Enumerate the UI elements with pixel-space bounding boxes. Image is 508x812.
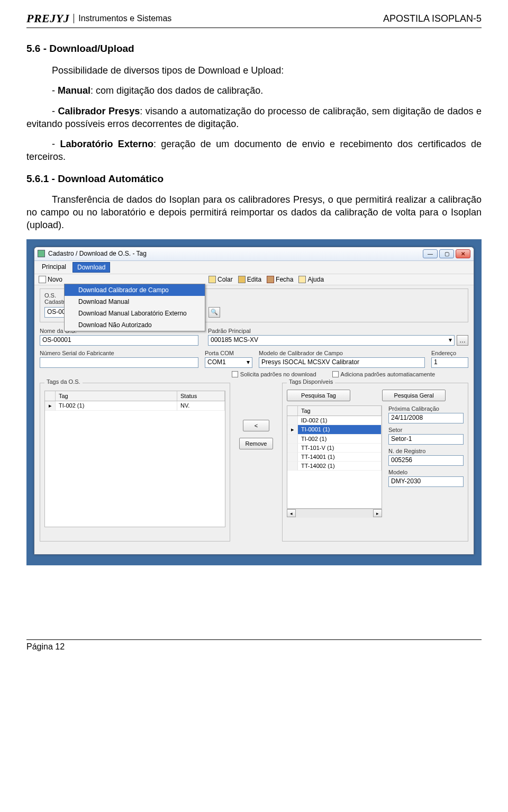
porta-com-select[interactable]: COM1 ▾ bbox=[205, 357, 252, 368]
endereco-label: Endereço bbox=[431, 350, 468, 356]
row-marker-icon bbox=[287, 453, 298, 462]
nome-os-input[interactable]: OS-00001 bbox=[40, 335, 198, 346]
download-dropdown: Download Calibrador de Campo Download Ma… bbox=[64, 284, 205, 331]
horizontal-scrollbar[interactable]: ◂ ▸ bbox=[287, 509, 382, 518]
toolbar-novo[interactable]: Novo bbox=[38, 275, 64, 284]
cell-tag: TI-002 (1) bbox=[298, 435, 382, 444]
checkbox-solicita-padroes[interactable]: Solicita padrões no download bbox=[232, 371, 316, 377]
group-tags-disponiveis-legend: Tags Disponíveis bbox=[287, 378, 335, 385]
right-table-body[interactable]: ID-002 (1) ▸TI-0001 (1) TI-002 (1) TT-10… bbox=[287, 416, 382, 509]
brand-divider bbox=[74, 14, 74, 23]
section-title: 5.6 - Download/Upload bbox=[26, 43, 482, 55]
porta-com-label: Porta COM bbox=[205, 350, 252, 356]
cell-tag: TT-101-V (1) bbox=[298, 444, 382, 453]
left-table-body[interactable]: ▸ TI-002 (1) NV. bbox=[44, 401, 225, 527]
menu-principal[interactable]: Principal bbox=[38, 262, 70, 273]
bullet-term: Laboratório Externo bbox=[60, 139, 153, 149]
cell-tag: TT-14001 (1) bbox=[298, 453, 382, 462]
group-tags-os-legend: Tags da O.S. bbox=[44, 378, 83, 385]
proxima-calibracao-input[interactable]: 24/11/2008 bbox=[388, 413, 464, 423]
modelo-label: Modelo bbox=[388, 469, 464, 475]
dropdown-item-manual[interactable]: Download Manual bbox=[65, 296, 205, 308]
maximize-button[interactable]: ▢ bbox=[439, 249, 454, 258]
window-title: Cadastro / Download de O.S. - Tag bbox=[48, 250, 147, 257]
dropdown-item-calibrador-campo[interactable]: Download Calibrador de Campo bbox=[65, 284, 205, 296]
toolbar-fecha[interactable]: Fecha bbox=[266, 275, 294, 284]
col-status-header: Status bbox=[177, 391, 225, 401]
padrao-principal-value: 000185 MCS-XV bbox=[211, 336, 258, 344]
padrao-principal-select[interactable]: 000185 MCS-XV ▾ bbox=[208, 335, 455, 346]
dropdown-item-nao-autorizado[interactable]: Download Não Autorizado bbox=[65, 319, 205, 331]
app-screenshot: Cadastro / Download de O.S. - Tag — ▢ ✕ … bbox=[26, 239, 482, 565]
toolbar-ajuda[interactable]: Ajuda bbox=[297, 275, 325, 284]
search-button[interactable]: 🔍 bbox=[208, 307, 220, 318]
cell-tag: TI-0001 (1) bbox=[298, 425, 382, 435]
toolbar-fecha-label: Fecha bbox=[276, 276, 293, 283]
subsection-paragraph: Transferência de dados do Isoplan para o… bbox=[26, 193, 482, 232]
pesquisa-geral-button[interactable]: Pesquisa Geral bbox=[382, 390, 446, 401]
col-tag-header: Tag bbox=[56, 391, 177, 401]
row-marker-header bbox=[287, 406, 298, 416]
remove-button[interactable]: Remove bbox=[239, 438, 273, 449]
serial-input[interactable] bbox=[40, 357, 198, 368]
modelo-input[interactable]: DMY-2030 bbox=[388, 476, 464, 487]
intro-paragraph: Possibilidade de diversos tipos de Downl… bbox=[26, 64, 482, 77]
dialog-window: Cadastro / Download de O.S. - Tag — ▢ ✕ … bbox=[34, 247, 474, 555]
row-marker-icon bbox=[287, 462, 298, 471]
padrao-browse-button[interactable]: … bbox=[457, 335, 468, 346]
bullet-term: Manual bbox=[58, 85, 90, 96]
minimize-button[interactable]: — bbox=[423, 249, 438, 258]
scroll-right-icon[interactable]: ▸ bbox=[373, 509, 382, 517]
toolbar-edita[interactable]: Edita bbox=[237, 275, 262, 284]
row-marker-icon: ▸ bbox=[287, 425, 298, 435]
bullet-rest: : com digitação dos dados de calibração. bbox=[90, 85, 263, 96]
pesquisa-tag-button[interactable]: Pesquisa Tag bbox=[287, 390, 350, 401]
chevron-down-icon: ▾ bbox=[247, 358, 250, 366]
table-row[interactable]: ID-002 (1) bbox=[287, 416, 382, 425]
move-left-button[interactable]: < bbox=[243, 420, 269, 431]
paste-icon bbox=[208, 276, 216, 283]
doc-title: APOSTILA ISOPLAN-5 bbox=[383, 13, 482, 24]
table-row[interactable]: ▸ TI-002 (1) NV. bbox=[45, 401, 225, 411]
bullet-laboratorio: - Laboratório Externo: geração de um doc… bbox=[26, 138, 482, 164]
app-icon bbox=[38, 250, 45, 257]
setor-input[interactable]: Setor-1 bbox=[388, 434, 464, 445]
registro-input[interactable]: 005256 bbox=[388, 455, 464, 466]
group-tags-os: Tags da O.S. Tag Status ▸ TI-002 (1) bbox=[40, 383, 230, 542]
modelo-calibrador-input[interactable]: Presys ISOCAL MCSXV Calibrator bbox=[259, 357, 425, 368]
scroll-left-icon[interactable]: ◂ bbox=[287, 509, 296, 517]
bullet-term: Calibrador Presys bbox=[58, 106, 140, 116]
ellipsis-icon: … bbox=[459, 337, 466, 344]
dash-icon: - bbox=[52, 85, 58, 96]
menu-download[interactable]: Download bbox=[72, 262, 110, 273]
table-row[interactable]: TI-002 (1) bbox=[287, 435, 382, 444]
table-row[interactable]: TT-101-V (1) bbox=[287, 444, 382, 453]
col-tag-header: Tag bbox=[298, 406, 382, 416]
dash-icon: - bbox=[52, 106, 58, 116]
menubar: Principal Download bbox=[34, 261, 474, 274]
row-marker-icon: ▸ bbox=[45, 401, 56, 411]
table-row[interactable]: TT-14002 (1) bbox=[287, 462, 382, 471]
table-row[interactable]: TT-14001 (1) bbox=[287, 453, 382, 462]
table-row[interactable]: ▸TI-0001 (1) bbox=[287, 425, 382, 435]
setor-label: Setor bbox=[388, 427, 464, 433]
serial-label: Número Serial do Fabricante bbox=[40, 350, 198, 356]
bullet-calibrador: - Calibrador Presys: visando a automatiz… bbox=[26, 105, 482, 131]
right-table-header: Tag bbox=[287, 405, 382, 416]
cell-tag: TI-002 (1) bbox=[56, 401, 177, 411]
cell-tag: ID-002 (1) bbox=[298, 416, 382, 425]
cell-status: NV. bbox=[177, 401, 225, 411]
close-button[interactable]: ✕ bbox=[456, 249, 470, 258]
registro-label: N. de Registro bbox=[388, 448, 464, 454]
window-titlebar[interactable]: Cadastro / Download de O.S. - Tag — ▢ ✕ bbox=[34, 247, 474, 261]
chevron-down-icon: ▾ bbox=[449, 336, 452, 344]
endereco-input[interactable]: 1 bbox=[431, 357, 468, 368]
subsection-title: 5.6.1 - Download Automático bbox=[26, 173, 482, 185]
toolbar-novo-label: Novo bbox=[48, 276, 62, 283]
dropdown-item-manual-lab-externo[interactable]: Download Manual Laboratório Externo bbox=[65, 308, 205, 319]
edit-icon bbox=[238, 276, 246, 283]
row-marker-icon bbox=[287, 444, 298, 453]
toolbar-colar[interactable]: Colar bbox=[207, 275, 234, 284]
page-header: PREJYJ Instrumentos e Sistemas APOSTILA … bbox=[26, 12, 482, 28]
checkbox-adiciona-padroes[interactable]: Adiciona padrões automatiacamente bbox=[332, 371, 436, 377]
